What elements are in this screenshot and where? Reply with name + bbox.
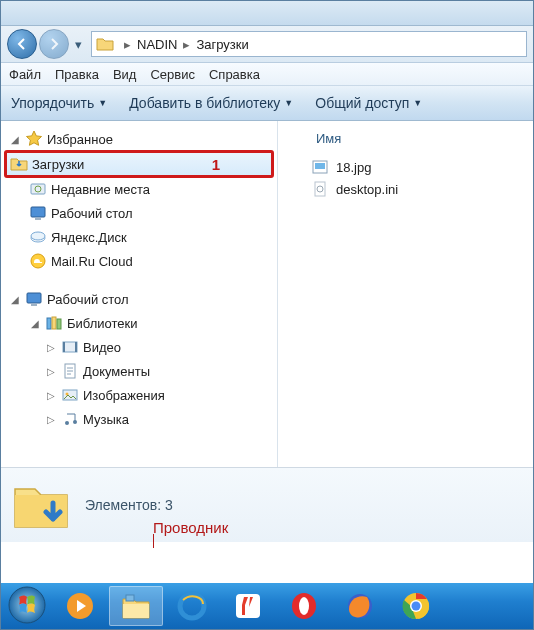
body: ◢ Избранное Загрузки 1 bbox=[1, 121, 533, 467]
libraries-header[interactable]: ◢ Библиотеки bbox=[1, 311, 277, 335]
svg-point-31 bbox=[299, 597, 309, 615]
file-item[interactable]: 18.jpg bbox=[288, 156, 523, 178]
chevron-down-icon: ▼ bbox=[413, 98, 422, 108]
svg-rect-27 bbox=[126, 595, 134, 601]
svg-point-18 bbox=[65, 421, 69, 425]
file-item[interactable]: desktop.ini bbox=[288, 178, 523, 200]
svg-rect-29 bbox=[236, 594, 260, 618]
svg-rect-11 bbox=[57, 319, 61, 329]
desktop-label: Рабочий стол bbox=[47, 292, 129, 307]
sidebar-item-label: Рабочий стол bbox=[51, 206, 133, 221]
breadcrumb-root[interactable]: NADIN bbox=[137, 37, 177, 52]
collapse-icon[interactable]: ◢ bbox=[29, 318, 41, 329]
file-list-pane[interactable]: Имя 18.jpg desktop.ini bbox=[278, 121, 533, 467]
recent-places-icon bbox=[29, 180, 47, 198]
sidebar-item-recent[interactable]: Недавние места bbox=[1, 177, 277, 201]
addlib-label: Добавить в библиотеку bbox=[129, 95, 280, 111]
desktop-icon bbox=[25, 290, 43, 308]
menu-service[interactable]: Сервис bbox=[150, 67, 195, 82]
add-to-library-button[interactable]: Добавить в библиотеку▼ bbox=[129, 95, 293, 111]
sidebar-item-label: Яндекс.Диск bbox=[51, 230, 127, 245]
sidebar-item-mailru-cloud[interactable]: Mail.Ru Cloud bbox=[1, 249, 277, 273]
svg-rect-2 bbox=[31, 207, 45, 217]
video-library-icon bbox=[61, 338, 79, 356]
expand-icon[interactable]: ▷ bbox=[45, 414, 57, 425]
back-button[interactable] bbox=[7, 29, 37, 59]
folder-icon bbox=[96, 36, 114, 52]
annotation-marker-1: 1 bbox=[212, 156, 220, 173]
sidebar-item-music[interactable]: ▷ Музыка bbox=[1, 407, 277, 431]
sidebar-item-label: Документы bbox=[83, 364, 150, 379]
downloads-icon bbox=[10, 155, 28, 173]
taskbar bbox=[1, 583, 533, 629]
breadcrumb-current[interactable]: Загрузки bbox=[196, 37, 248, 52]
svg-rect-21 bbox=[315, 163, 325, 169]
annotation-pointer-line bbox=[153, 534, 154, 548]
music-library-icon bbox=[61, 410, 79, 428]
sidebar-item-videos[interactable]: ▷ Видео bbox=[1, 335, 277, 359]
chevron-down-icon: ▼ bbox=[98, 98, 107, 108]
taskbar-ie[interactable] bbox=[165, 586, 219, 626]
start-button[interactable] bbox=[5, 583, 51, 629]
history-dropdown-icon[interactable]: ▾ bbox=[71, 37, 85, 52]
svg-rect-26 bbox=[123, 604, 149, 618]
libraries-label: Библиотеки bbox=[67, 316, 137, 331]
ini-file-icon bbox=[312, 181, 328, 197]
svg-rect-13 bbox=[63, 342, 65, 352]
favorites-header[interactable]: ◢ Избранное bbox=[1, 127, 277, 151]
sidebar-item-label: Музыка bbox=[83, 412, 129, 427]
organize-button[interactable]: Упорядочить▼ bbox=[11, 95, 107, 111]
sidebar-item-label: Изображения bbox=[83, 388, 165, 403]
collapse-icon[interactable]: ◢ bbox=[9, 294, 21, 305]
yandex-disk-icon bbox=[29, 228, 47, 246]
expand-icon[interactable]: ▷ bbox=[45, 342, 57, 353]
sidebar-item-pictures[interactable]: ▷ Изображения bbox=[1, 383, 277, 407]
forward-button[interactable] bbox=[39, 29, 69, 59]
expand-icon[interactable]: ▷ bbox=[45, 390, 57, 401]
collapse-icon[interactable]: ◢ bbox=[9, 134, 21, 145]
sidebar-item-desktop[interactable]: Рабочий стол bbox=[1, 201, 277, 225]
annotation-explorer-label: Проводник bbox=[153, 519, 228, 536]
menu-help[interactable]: Справка bbox=[209, 67, 260, 82]
status-elements-count: Элементов: 3 bbox=[85, 497, 173, 513]
share-button[interactable]: Общий доступ▼ bbox=[315, 95, 422, 111]
command-bar: Упорядочить▼ Добавить в библиотеку▼ Общи… bbox=[1, 86, 533, 121]
file-name: desktop.ini bbox=[336, 182, 398, 197]
share-label: Общий доступ bbox=[315, 95, 409, 111]
star-icon bbox=[25, 130, 43, 148]
breadcrumb[interactable]: ▸ NADIN ▸ Загрузки bbox=[91, 31, 527, 57]
taskbar-explorer[interactable] bbox=[109, 586, 163, 626]
taskbar-chrome[interactable] bbox=[389, 586, 443, 626]
sidebar-item-yandex-disk[interactable]: Яндекс.Диск bbox=[1, 225, 277, 249]
expand-icon[interactable]: ▷ bbox=[45, 366, 57, 377]
sidebar-item-documents[interactable]: ▷ Документы bbox=[1, 359, 277, 383]
explorer-window: ▾ ▸ NADIN ▸ Загрузки Файл Правка Вид Сер… bbox=[0, 0, 534, 630]
favorites-group: ◢ Избранное Загрузки 1 bbox=[1, 127, 277, 273]
taskbar-firefox[interactable] bbox=[333, 586, 387, 626]
taskbar-media-player[interactable] bbox=[53, 586, 107, 626]
desktop-group: ◢ Рабочий стол ◢ Библиотеки ▷ bbox=[1, 287, 277, 431]
titlebar bbox=[1, 1, 533, 26]
menu-edit[interactable]: Правка bbox=[55, 67, 99, 82]
chevron-right-icon: ▸ bbox=[183, 37, 190, 52]
file-name: 18.jpg bbox=[336, 160, 371, 175]
sidebar-item-downloads[interactable]: Загрузки 1 bbox=[5, 151, 273, 177]
sidebar-item-label: Загрузки bbox=[32, 157, 84, 172]
desktop-icon bbox=[29, 204, 47, 222]
desktop-header[interactable]: ◢ Рабочий стол bbox=[1, 287, 277, 311]
menu-view[interactable]: Вид bbox=[113, 67, 137, 82]
svg-rect-8 bbox=[31, 304, 37, 306]
taskbar-yandex-browser[interactable] bbox=[221, 586, 275, 626]
downloads-folder-large-icon bbox=[11, 477, 71, 533]
mailru-cloud-icon bbox=[29, 252, 47, 270]
column-header-name[interactable]: Имя bbox=[288, 129, 523, 156]
pictures-library-icon bbox=[61, 386, 79, 404]
svg-rect-3 bbox=[35, 218, 41, 220]
taskbar-opera[interactable] bbox=[277, 586, 331, 626]
libraries-icon bbox=[45, 314, 63, 332]
favorites-label: Избранное bbox=[47, 132, 113, 147]
chevron-right-icon: ▸ bbox=[124, 37, 131, 52]
details-pane: Элементов: 3 Проводник bbox=[1, 467, 533, 542]
svg-point-5 bbox=[31, 232, 45, 240]
menu-file[interactable]: Файл bbox=[9, 67, 41, 82]
